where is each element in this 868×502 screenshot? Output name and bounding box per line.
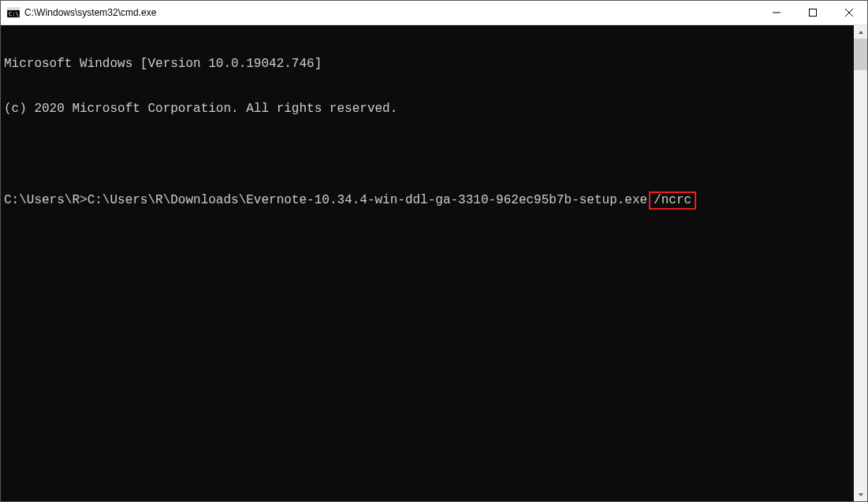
svg-marker-7 [859,31,863,34]
prompt: C:\Users\R> [4,193,88,207]
terminal-output[interactable]: Microsoft Windows [Version 10.0.19042.74… [1,25,854,501]
scroll-track[interactable] [854,39,867,488]
terminal-line-3: C:\Users\R>C:\Users\R\Downloads\Evernote… [4,192,854,210]
content-area: Microsoft Windows [Version 10.0.19042.74… [1,25,867,501]
titlebar[interactable]: C:\ C:\Windows\system32\cmd.exe [1,1,867,25]
cmd-icon: C:\ [7,6,20,19]
svg-rect-4 [810,9,817,17]
vertical-scrollbar[interactable] [854,25,867,501]
terminal-line-2: (c) 2020 Microsoft Corporation. All righ… [4,102,854,117]
window-title: C:\Windows\system32\cmd.exe [24,7,758,18]
scroll-up-button[interactable] [854,25,867,39]
scroll-thumb[interactable] [854,39,867,70]
command-path: C:\Users\R\Downloads\Evernote-10.34.4-wi… [88,193,648,207]
svg-rect-1 [7,8,20,10]
minimize-button[interactable] [758,1,795,24]
terminal-line-blank [4,147,854,162]
svg-text:C:\: C:\ [9,11,19,17]
svg-marker-8 [859,493,863,496]
terminal-line-1: Microsoft Windows [Version 10.0.19042.74… [4,57,854,72]
maximize-button[interactable] [795,1,831,24]
window-controls [758,1,867,24]
highlighted-flag: /ncrc [649,192,696,210]
cmd-window: C:\ C:\Windows\system32\cmd.exe Microsof… [0,0,868,502]
scroll-down-button[interactable] [854,488,867,501]
close-button[interactable] [831,1,867,24]
